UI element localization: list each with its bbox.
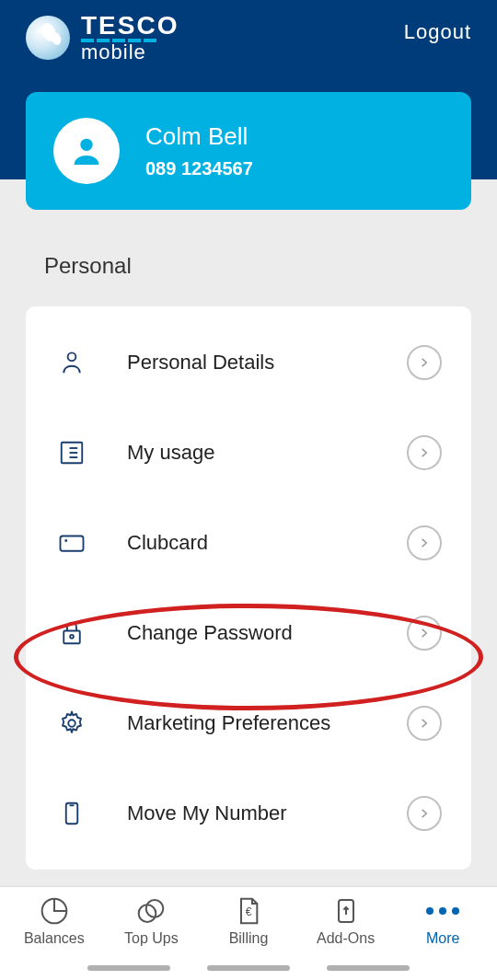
brand-main: TESCO <box>81 11 179 40</box>
menu-label: Change Password <box>127 621 407 645</box>
chevron-right-icon <box>407 706 442 741</box>
profile-name: Colm Bell <box>145 122 253 151</box>
menu-item-personal-details[interactable]: Personal Details <box>26 317 471 408</box>
chevron-right-icon <box>407 345 442 380</box>
nav-label: More <box>426 930 459 947</box>
menu-item-my-usage[interactable]: My usage <box>26 408 471 498</box>
nav-top-ups[interactable]: Top Ups <box>103 896 201 947</box>
list-icon <box>55 439 88 467</box>
phone-icon <box>55 800 88 827</box>
menu-label: Move My Number <box>127 801 407 825</box>
chevron-right-icon <box>407 435 442 470</box>
svg-point-0 <box>80 139 92 151</box>
content: Personal Personal Details My usage Clubc… <box>0 179 497 870</box>
person-icon <box>68 133 105 169</box>
menu-item-marketing-preferences[interactable]: Marketing Preferences <box>26 678 471 768</box>
nav-balances[interactable]: Balances <box>6 896 103 947</box>
logo-icon <box>26 16 70 60</box>
balance-icon <box>40 896 69 926</box>
lock-icon <box>55 619 88 647</box>
chevron-right-icon <box>407 796 442 831</box>
svg-point-13 <box>70 635 74 639</box>
svg-rect-12 <box>64 631 80 644</box>
menu-label: Personal Details <box>127 351 407 375</box>
nav-label: Add-Ons <box>317 930 375 947</box>
logout-link[interactable]: Logout <box>404 11 471 44</box>
nav-billing[interactable]: € Billing <box>200 896 297 947</box>
svg-rect-9 <box>61 536 84 551</box>
svg-text:€: € <box>246 905 252 918</box>
chevron-right-icon <box>407 616 442 651</box>
brand-sub: mobile <box>81 40 179 64</box>
bill-icon: € <box>234 896 263 926</box>
nav-add-ons[interactable]: Add-Ons <box>297 896 395 947</box>
nav-label: Top Ups <box>124 930 179 947</box>
profile-card[interactable]: Colm Bell 089 1234567 <box>26 92 471 210</box>
gear-icon <box>55 709 88 737</box>
svg-point-1 <box>68 352 76 361</box>
more-icon <box>426 896 459 926</box>
nav-row: Balances Top Ups € Billing Add-Ons More <box>0 887 497 960</box>
avatar <box>53 118 120 184</box>
menu-label: My usage <box>127 441 407 465</box>
menu-card: Personal Details My usage Clubcard Chang… <box>26 306 471 870</box>
menu-item-change-password[interactable]: Change Password <box>26 588 471 678</box>
chevron-right-icon <box>407 525 442 560</box>
svg-point-14 <box>68 720 75 727</box>
profile-phone: 089 1234567 <box>145 158 253 179</box>
brand-logo[interactable]: TESCO mobile <box>26 11 179 64</box>
menu-item-move-my-number[interactable]: Move My Number <box>26 768 471 859</box>
logo-text: TESCO mobile <box>81 11 179 64</box>
coins-icon <box>136 896 166 926</box>
menu-label: Marketing Preferences <box>127 711 407 735</box>
menu-label: Clubcard <box>127 531 407 555</box>
nav-more[interactable]: More <box>394 896 491 947</box>
profile-info: Colm Bell 089 1234567 <box>145 122 253 179</box>
nav-label: Billing <box>229 930 269 947</box>
addon-icon <box>331 896 361 926</box>
card-plus-icon <box>55 529 88 557</box>
person-outline-icon <box>55 349 88 376</box>
home-indicator <box>0 960 497 980</box>
nav-label: Balances <box>24 930 85 947</box>
section-title: Personal <box>26 253 471 279</box>
header-top: TESCO mobile Logout <box>26 11 471 64</box>
bottom-nav: Balances Top Ups € Billing Add-Ons More <box>0 886 497 980</box>
menu-item-clubcard[interactable]: Clubcard <box>26 498 471 588</box>
